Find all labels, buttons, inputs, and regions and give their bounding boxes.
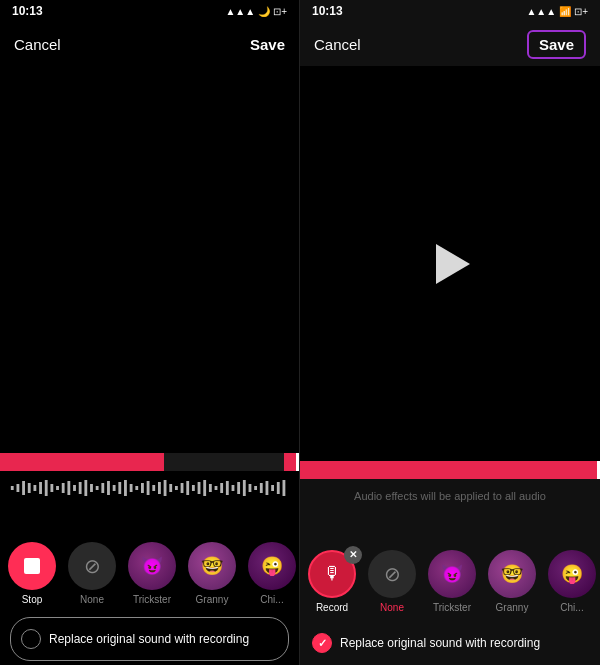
svg-rect-48 xyxy=(283,480,286,496)
left-battery-icon: ⊡+ xyxy=(273,6,287,17)
svg-rect-42 xyxy=(249,484,252,492)
svg-rect-6 xyxy=(45,480,48,496)
right-status-time: 10:13 xyxy=(312,4,343,18)
left-cancel-button[interactable]: Cancel xyxy=(14,36,61,53)
right-video-area[interactable] xyxy=(300,66,600,461)
right-timeline-bar[interactable] xyxy=(300,461,600,479)
right-trickster-face: 😈 xyxy=(441,563,463,585)
left-chip-label: Chi... xyxy=(260,594,283,605)
left-none-circle[interactable] xyxy=(68,542,116,590)
left-timeline-bar[interactable] xyxy=(0,453,299,471)
right-granny-face: 🤓 xyxy=(501,563,523,585)
left-stop-circle[interactable] xyxy=(8,542,56,590)
left-chip-item[interactable]: 😜 Chi... xyxy=(246,542,298,605)
left-granny-face: 🤓 xyxy=(201,555,223,577)
left-granny-circle[interactable]: 🤓 xyxy=(188,542,236,590)
left-save-button[interactable]: Save xyxy=(250,36,285,53)
right-chip-face: 😜 xyxy=(561,563,583,585)
right-granny-circle[interactable]: 🤓 xyxy=(488,550,536,598)
right-replace-row[interactable]: Replace original sound with recording xyxy=(300,621,600,665)
left-replace-checkbox[interactable] xyxy=(21,629,41,649)
svg-rect-1 xyxy=(16,484,19,492)
svg-rect-9 xyxy=(62,483,65,493)
right-record-label: Record xyxy=(316,602,348,613)
svg-rect-19 xyxy=(118,482,121,494)
mic-icon: 🎙 xyxy=(323,563,341,584)
svg-rect-18 xyxy=(113,485,116,491)
svg-rect-33 xyxy=(198,482,201,494)
svg-rect-47 xyxy=(277,482,280,494)
left-status-time: 10:13 xyxy=(12,4,43,18)
right-trickster-item[interactable]: 😈 Trickster xyxy=(426,550,478,613)
left-waveform-container xyxy=(0,453,299,533)
right-audio-effects-text: Audio effects will be applied to all aud… xyxy=(300,481,600,511)
svg-rect-31 xyxy=(186,481,189,495)
left-granny-label: Granny xyxy=(196,594,229,605)
left-effects-row: Stop None 😈 Trickster 🤓 Granny xyxy=(0,533,299,613)
left-wifi-icon: 🌙 xyxy=(258,6,270,17)
svg-rect-37 xyxy=(220,483,223,493)
left-chip-face: 😜 xyxy=(261,555,283,577)
right-none-label: None xyxy=(380,602,404,613)
svg-rect-44 xyxy=(260,483,263,493)
right-replace-label: Replace original sound with recording xyxy=(340,636,540,650)
right-status-bar: 10:13 ▲▲▲ 📶 ⊡+ xyxy=(300,0,600,22)
right-record-x-button[interactable]: ✕ xyxy=(344,546,362,564)
right-effects-row: 🎙 ✕ Record None 😈 Trickster xyxy=(300,541,600,621)
right-nav-bar: Cancel Save xyxy=(300,22,600,66)
svg-rect-45 xyxy=(266,481,269,495)
right-battery-icon: ⊡+ xyxy=(574,6,588,17)
svg-rect-27 xyxy=(164,480,167,496)
left-status-icons: ▲▲▲ 🌙 ⊡+ xyxy=(225,6,287,17)
svg-rect-4 xyxy=(33,485,36,491)
svg-rect-29 xyxy=(175,486,178,490)
svg-rect-5 xyxy=(39,482,42,494)
svg-rect-36 xyxy=(215,486,218,490)
svg-rect-14 xyxy=(90,484,93,492)
left-trickster-label: Trickster xyxy=(133,594,171,605)
left-waveform-display xyxy=(0,473,299,503)
left-stop-item[interactable]: Stop xyxy=(6,542,58,605)
right-none-item[interactable]: None xyxy=(366,550,418,613)
right-record-item[interactable]: 🎙 ✕ Record xyxy=(306,550,358,613)
right-chip-circle[interactable]: 😜 xyxy=(548,550,596,598)
left-replace-label: Replace original sound with recording xyxy=(49,632,249,646)
right-cancel-button[interactable]: Cancel xyxy=(314,36,361,53)
left-signal-icon: ▲▲▲ xyxy=(225,6,255,17)
svg-rect-38 xyxy=(226,481,229,495)
right-replace-checkbox[interactable] xyxy=(312,633,332,653)
svg-rect-16 xyxy=(101,483,104,493)
right-none-circle[interactable] xyxy=(368,550,416,598)
right-signal-icon: ▲▲▲ xyxy=(526,6,556,17)
svg-rect-3 xyxy=(28,483,31,493)
right-chip-item[interactable]: 😜 Chi... xyxy=(546,550,598,613)
left-granny-item[interactable]: 🤓 Granny xyxy=(186,542,238,605)
svg-rect-46 xyxy=(271,485,274,491)
play-button-icon[interactable] xyxy=(436,244,470,284)
right-trickster-circle[interactable]: 😈 xyxy=(428,550,476,598)
svg-rect-43 xyxy=(254,486,257,490)
svg-rect-2 xyxy=(22,481,25,495)
right-wifi-icon: 📶 xyxy=(559,6,571,17)
svg-rect-10 xyxy=(67,481,70,495)
svg-rect-15 xyxy=(96,486,99,490)
left-trickster-item[interactable]: 😈 Trickster xyxy=(126,542,178,605)
left-chip-circle[interactable]: 😜 xyxy=(248,542,296,590)
svg-rect-17 xyxy=(107,481,110,495)
svg-rect-21 xyxy=(130,484,133,492)
right-granny-item[interactable]: 🤓 Granny xyxy=(486,550,538,613)
svg-rect-24 xyxy=(147,481,150,495)
svg-rect-25 xyxy=(152,485,155,491)
left-trickster-circle[interactable]: 😈 xyxy=(128,542,176,590)
svg-rect-32 xyxy=(192,485,195,491)
svg-rect-0 xyxy=(11,486,14,490)
right-save-button[interactable]: Save xyxy=(527,30,586,59)
right-panel: 10:13 ▲▲▲ 📶 ⊡+ Cancel Save Audio effects… xyxy=(300,0,600,665)
right-granny-label: Granny xyxy=(496,602,529,613)
svg-rect-12 xyxy=(79,482,82,494)
main-container: 10:13 ▲▲▲ 🌙 ⊡+ Cancel Save xyxy=(0,0,600,665)
svg-rect-22 xyxy=(135,486,138,490)
right-status-icons: ▲▲▲ 📶 ⊡+ xyxy=(526,6,588,17)
left-replace-row[interactable]: Replace original sound with recording xyxy=(10,617,289,661)
left-none-item[interactable]: None xyxy=(66,542,118,605)
